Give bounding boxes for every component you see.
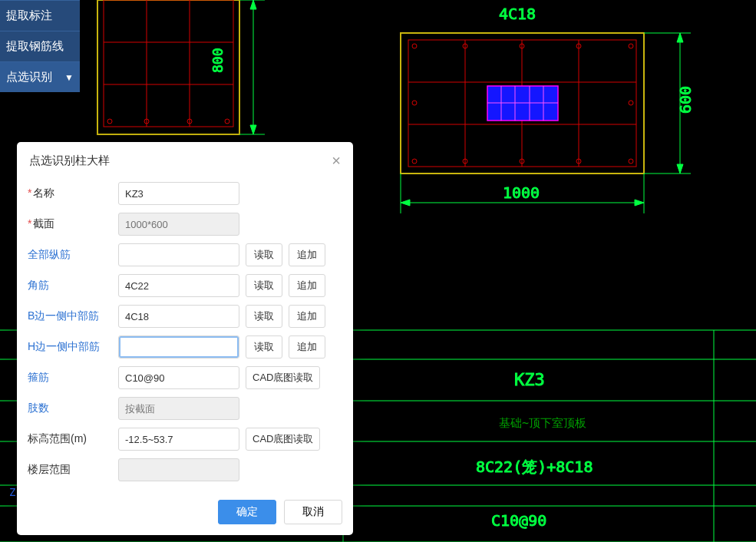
middle-note: 基础~顶下室顶板 — [499, 416, 586, 430]
tool-point-recognize[interactable]: 点选识别 ▼ — [0, 61, 80, 92]
svg-point-9 — [225, 119, 229, 124]
left-toolbar: 提取标注 提取钢筋线 点选识别 ▼ — [0, 0, 80, 92]
cad-read-elev[interactable]: CAD底图读取 — [246, 428, 320, 451]
append-button-allrebar[interactable]: 追加 — [289, 243, 325, 266]
svg-point-33 — [629, 159, 633, 164]
svg-marker-13 — [250, 0, 256, 9]
svg-marker-14 — [250, 125, 256, 134]
corner-field[interactable] — [118, 274, 239, 297]
svg-point-29 — [412, 159, 417, 164]
label-hmid[interactable]: H边一侧中部筋 — [28, 340, 112, 354]
svg-point-22 — [412, 44, 417, 48]
section-field[interactable] — [118, 213, 239, 236]
dim-800-label: 800 — [210, 48, 226, 73]
floor-field[interactable] — [118, 458, 239, 481]
label-corner[interactable]: 角筋 — [28, 279, 112, 292]
label-stirrup[interactable]: 箍筋 — [28, 371, 112, 385]
read-button-bmid[interactable]: 读取 — [246, 305, 282, 328]
legs-field[interactable] — [118, 397, 239, 420]
chevron-down-icon: ▼ — [64, 72, 74, 83]
column-recognize-dialog: 点选识别柱大样 × 名称 截面 全部纵筋 读取 追加 角筋 读取 追加 B边一侧… — [17, 142, 353, 535]
append-button-hmid[interactable]: 追加 — [289, 335, 325, 359]
label-all-rebar[interactable]: 全部纵筋 — [28, 248, 112, 262]
label-section: 截面 — [28, 217, 112, 231]
cancel-button[interactable]: 取消 — [284, 500, 342, 524]
svg-point-28 — [629, 101, 633, 105]
svg-point-26 — [629, 44, 633, 48]
elev-field[interactable] — [118, 428, 239, 451]
c10-90-right: C10@90 — [491, 511, 546, 530]
top-rebar-label: 4C18 — [499, 5, 536, 23]
svg-marker-48 — [677, 33, 683, 42]
kz3-cell: KZ3 — [514, 370, 545, 389]
tool-label: 提取钢筋线 — [6, 39, 64, 54]
read-button-corner[interactable]: 读取 — [246, 274, 282, 297]
svg-point-27 — [412, 101, 417, 105]
append-button-corner[interactable]: 追加 — [289, 274, 325, 297]
svg-marker-49 — [677, 164, 683, 174]
dialog-title: 点选识别柱大样 — [29, 154, 110, 168]
tool-label: 点选识别 — [6, 70, 52, 84]
stirrup-field[interactable] — [118, 366, 239, 389]
rebar-combo: 8C22(笼)+8C18 — [476, 458, 593, 476]
svg-text:Z: Z — [9, 486, 15, 498]
bmid-field[interactable] — [118, 305, 239, 328]
svg-marker-44 — [635, 200, 644, 206]
tool-label: 提取标注 — [6, 8, 52, 23]
append-button-bmid[interactable]: 追加 — [289, 305, 325, 328]
svg-marker-43 — [401, 200, 410, 206]
read-button-allrebar[interactable]: 读取 — [246, 243, 282, 266]
selection-grip[interactable] — [487, 86, 558, 121]
dim-600-label: 600 — [676, 86, 695, 114]
label-legs[interactable]: 肢数 — [28, 402, 112, 415]
tool-extract-annotation[interactable]: 提取标注 — [0, 0, 80, 31]
svg-point-6 — [107, 119, 112, 124]
tool-extract-rebar-line[interactable]: 提取钢筋线 — [0, 31, 80, 61]
read-button-hmid[interactable]: 读取 — [246, 335, 282, 359]
all-rebar-field[interactable] — [118, 243, 239, 266]
label-name: 名称 — [28, 187, 112, 200]
label-bmid[interactable]: B边一侧中部筋 — [28, 309, 112, 323]
close-icon[interactable]: × — [332, 153, 341, 168]
dim-1000-label: 1000 — [503, 183, 540, 202]
name-field[interactable] — [118, 182, 239, 205]
ok-button[interactable]: 确定 — [218, 500, 276, 524]
cad-read-stirrup[interactable]: CAD底图读取 — [246, 366, 320, 389]
label-elev: 标高范围(m) — [28, 432, 112, 446]
hmid-field[interactable] — [118, 335, 239, 359]
label-floor: 楼层范围 — [28, 463, 112, 477]
